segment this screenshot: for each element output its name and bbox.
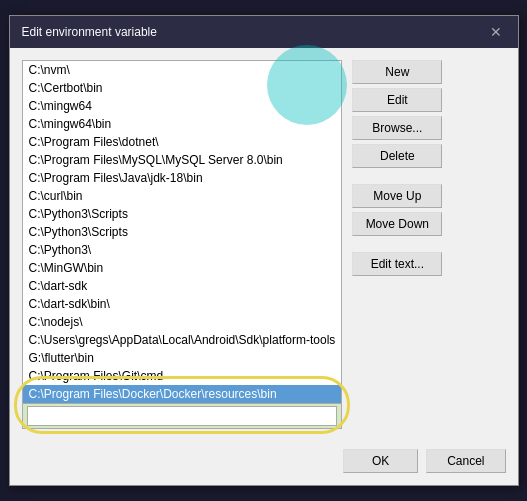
list-item[interactable]: C:\mingw64\bin [23,115,342,133]
list-item[interactable]: C:\MinGW\bin [23,259,342,277]
env-var-list[interactable]: C:\nvm\C:\Certbot\binC:\mingw64C:\mingw6… [23,61,342,403]
list-item[interactable]: C:\nodejs\ [23,313,342,331]
edit-env-dialog: Edit environment variable ✕ C:\nvm\C:\Ce… [9,15,519,486]
list-item[interactable]: C:\mingw64 [23,97,342,115]
edit-input-field[interactable] [27,406,338,426]
list-item[interactable]: C:\curl\bin [23,187,342,205]
title-bar: Edit environment variable ✕ [10,16,518,48]
list-item[interactable]: C:\Program Files\dotnet\ [23,133,342,151]
list-item[interactable]: C:\Python3\Scripts [23,205,342,223]
list-item[interactable]: C:\Certbot\bin [23,79,342,97]
list-container: C:\nvm\C:\Certbot\binC:\mingw64C:\mingw6… [22,60,343,429]
spacer2 [352,240,442,248]
edit-text-button[interactable]: Edit text... [352,252,442,276]
side-buttons-panel: New Edit Browse... Delete Move Up Move D… [352,60,442,429]
new-button[interactable]: New [352,60,442,84]
list-item[interactable]: C:\nvm\ [23,61,342,79]
list-item[interactable]: C:\dart-sdk [23,277,342,295]
list-item[interactable]: C:\Program Files\MySQL\MySQL Server 8.0\… [23,151,342,169]
dialog-title: Edit environment variable [22,25,157,39]
close-button[interactable]: ✕ [486,22,506,42]
list-item[interactable]: C:\Program Files\Java\jdk-18\bin [23,169,342,187]
list-item[interactable]: C:\Program Files\Git\cmd [23,367,342,385]
dialog-content: C:\nvm\C:\Certbot\binC:\mingw64C:\mingw6… [10,48,518,441]
cancel-button[interactable]: Cancel [426,449,505,473]
list-item[interactable]: C:\Python3\Scripts [23,223,342,241]
move-down-button[interactable]: Move Down [352,212,442,236]
ok-button[interactable]: OK [343,449,418,473]
edit-input-row [23,403,342,428]
spacer1 [352,172,442,180]
list-item[interactable]: C:\dart-sdk\bin\ [23,295,342,313]
move-up-button[interactable]: Move Up [352,184,442,208]
list-item[interactable]: C:\Program Files\Docker\Docker\resources… [23,385,342,403]
bottom-buttons-panel: OK Cancel [10,441,518,485]
edit-button[interactable]: Edit [352,88,442,112]
delete-button[interactable]: Delete [352,144,442,168]
list-item[interactable]: C:\Users\gregs\AppData\Local\Android\Sdk… [23,331,342,349]
list-item[interactable]: C:\Python3\ [23,241,342,259]
list-section: C:\nvm\C:\Certbot\binC:\mingw64C:\mingw6… [22,60,343,429]
list-item[interactable]: G:\flutter\bin [23,349,342,367]
browse-button[interactable]: Browse... [352,116,442,140]
